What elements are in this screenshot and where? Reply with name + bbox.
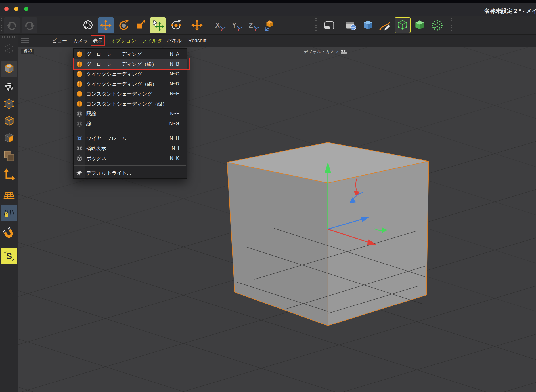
spline-pen-icon [378,19,391,32]
menu-item-shortcut: N~K [170,155,179,161]
menu-item-label: コンスタントシェーディング（線） [86,100,179,107]
toolbar-grip[interactable] [315,18,317,32]
workplane-lock-icon [2,206,16,220]
viewport-menu-camera[interactable]: カメラ [73,35,88,47]
redo-button[interactable] [22,17,37,33]
redo-icon [23,19,36,32]
wireframe-sphere-icon [76,135,83,142]
minimize-button[interactable] [14,7,18,11]
rotate-tool[interactable] [116,17,132,33]
scale-tool[interactable] [132,17,148,33]
menu-item-quick-lines[interactable]: クイックシェーディング（線）N~D [74,79,187,89]
menu-item-quick[interactable]: クイックシェーディングN~C [74,69,187,79]
rotate-icon [117,19,130,32]
viewport-menubar: ビューカメラ表示オプションフィルタパネルRedshift [18,35,536,47]
viewport-menu-filter[interactable]: フィルタ [142,35,162,47]
workplane-button[interactable] [1,187,17,203]
axis-move-tool[interactable] [189,17,205,33]
traffic-lights [4,7,28,11]
texture-mode-button[interactable] [1,79,17,96]
menu-item-shortcut: N~F [170,111,179,116]
points-mode-button[interactable] [1,96,17,113]
menu-item-shortcut: N~D [170,81,179,87]
menu-item-constant-lines[interactable]: コンスタントシェーディング（線） [74,99,187,109]
move-tool[interactable] [98,17,114,33]
menu-item-label: ワイヤーフレーム [86,135,170,142]
snap-toggle-button[interactable] [1,226,17,242]
spline-pen-button[interactable] [377,17,393,33]
coordinate-system-toggle[interactable] [262,17,278,33]
move-axes-icon [190,19,204,32]
menu-item-gouraud-lines[interactable]: グーローシェーディング（線）N~B [74,59,187,69]
menu-item-default-light[interactable]: デフォルトライト... [74,168,187,178]
camera-label[interactable]: デフォルトカメラ [304,49,347,54]
undo-button[interactable] [4,17,20,33]
model-mode-button[interactable] [1,61,17,77]
volume-cube-button[interactable] [412,17,428,33]
menu-item-box[interactable]: ボックスN~K [74,153,187,163]
hidden-line-sphere-icon [76,110,83,117]
render-settings-button[interactable] [343,17,359,33]
quick-lines-sphere-icon [76,80,83,88]
enable-axis-button[interactable] [1,166,17,182]
menu-item-constant[interactable]: コンスタントシェーディングN~E [74,89,187,99]
view-mode-label[interactable]: 透視 [21,49,34,54]
menu-separator [74,128,187,133]
quantize-button[interactable]: S [1,248,17,264]
lock-workplane-button[interactable] [1,205,17,221]
annotation-box-display-menu [91,35,105,46]
svg-text:Y: Y [232,22,236,29]
render-view-button[interactable] [321,17,337,33]
point-cube-icon [2,98,16,111]
x-axis-lock[interactable]: X [211,17,227,33]
zoom-button[interactable] [24,7,28,11]
viewport-menu-panel[interactable]: パネル [167,35,182,47]
undo-icon [5,19,18,32]
rotate-normal-tool[interactable] [168,17,184,33]
polygons-mode-button[interactable] [1,130,17,147]
simulate-move-tool[interactable] [150,17,166,33]
y-axis-lock[interactable]: Y [228,17,244,33]
viewport-menu-redshift[interactable]: Redshift [188,35,206,47]
render-view-icon [323,19,336,32]
add-primitive-button[interactable] [360,17,376,33]
menu-item-gouraud[interactable]: グーローシェーディングN~A [74,49,187,59]
menu-item-label: デフォルトライト... [86,170,179,176]
overlap-squares-icon [2,149,16,163]
live-selection-tool[interactable] [80,17,96,33]
dock-grip[interactable] [2,35,16,40]
texture-axis-mode-button[interactable] [1,148,17,164]
dock-handle-tool[interactable] [1,41,17,57]
lines-sphere-icon [76,120,83,127]
menu-item-shortcut: N~G [169,121,179,126]
menu-item-shortcut: N~H [170,136,179,141]
titlebar: 名称未設定 2 * - メイ [0,0,536,16]
display-dropdown-menu: グーローシェーディングN~Aグーローシェーディング（線）N~Bクイックシェーディ… [73,48,187,179]
menu-separator [74,163,187,168]
z-lock-icon: Z [246,19,259,32]
hamburger-menu-icon[interactable] [21,38,29,44]
toolbar-grip[interactable] [1,18,3,32]
coord-system-icon [263,19,276,32]
menu-item-hidden-line[interactable]: 隠線N~F [74,109,187,119]
viewport-menu-display[interactable]: 表示 [93,35,103,47]
viewport-menu-options[interactable]: オプション [111,35,136,47]
points-sphere-button[interactable] [429,17,445,33]
texture-cube-icon [2,81,16,94]
modeling-mode-button[interactable] [395,17,411,33]
menu-item-label: 省略表示 [86,145,172,152]
constant-sphere-icon [76,90,83,98]
polygon-cube-icon [2,132,16,145]
z-axis-lock[interactable]: Z [245,17,261,33]
isoparm-sphere-icon [76,145,83,152]
box-icon [76,155,83,162]
menu-item-shortcut: N~E [170,91,179,96]
edges-mode-button[interactable] [1,113,17,130]
menu-item-isoparms[interactable]: 省略表示N~I [74,143,187,153]
left-dock: S [0,35,18,392]
viewport-menu-view[interactable]: ビュー [52,35,67,47]
menu-item-lines[interactable]: 線N~G [74,119,187,128]
menu-item-wireframe[interactable]: ワイヤーフレームN~H [74,133,187,143]
close-button[interactable] [4,7,9,11]
toolbar-grip[interactable] [451,18,453,32]
